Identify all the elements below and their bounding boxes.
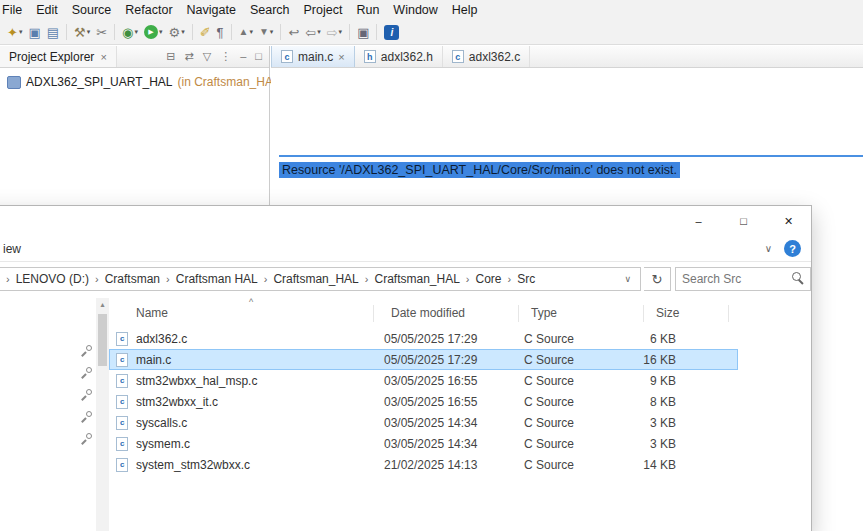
hammer-icon: ⚒	[74, 26, 86, 39]
pilcrow-icon: ¶	[217, 26, 224, 39]
tab-project-explorer[interactable]: Project Explorer ×	[0, 46, 117, 67]
ide-toolbar: ✦▾ ▣ ▤ ⚒▾ ✂ ◉▾ ▶▾ ⚙▾ ✐ ¶ ▲▾ ▼▾ ↩ ⇦▾ ⇨▾ ▣…	[0, 20, 863, 45]
breadcrumb-item[interactable]: Craftsman_HAL	[273, 272, 358, 286]
cut-button[interactable]: ✂	[93, 22, 110, 42]
previous-annotation-button[interactable]: ▲▾	[236, 22, 256, 42]
forward-button[interactable]: ⇨▾	[324, 22, 345, 42]
breadcrumb-item[interactable]: Craftsman	[105, 272, 160, 286]
menu-edit[interactable]: Edit	[29, 1, 65, 19]
table-row[interactable]: adxl362.c 05/05/2025 17:29 C Source 6 KB	[109, 328, 738, 349]
file-type: C Source	[524, 374, 602, 388]
scrollbar-thumb[interactable]	[98, 314, 107, 366]
menu-help[interactable]: Help	[445, 1, 485, 19]
chevron-right-icon: ›	[6, 273, 10, 285]
menu-run[interactable]: Run	[349, 1, 386, 19]
project-explorer-header: Project Explorer × ⊟ ⇄ ▽ ⋮ – □	[0, 46, 269, 68]
maximize-view-icon[interactable]: □	[255, 50, 262, 63]
breadcrumb[interactable]: › LENOVO (D:) › Craftsman › Craftsman HA…	[0, 267, 641, 291]
build-button[interactable]: ⚒▾	[71, 22, 93, 42]
chevron-down-icon[interactable]: ∨	[619, 274, 636, 284]
save-icon: ▣	[28, 26, 40, 39]
breadcrumb-item[interactable]: Craftsman_HAL	[374, 272, 459, 286]
pin-icon	[81, 367, 92, 378]
gear-icon: ⚙	[168, 26, 180, 39]
tab-main-c[interactable]: c main.c ×	[271, 46, 355, 67]
show-whitespace-button[interactable]: ¶	[214, 22, 227, 42]
menu-refactor[interactable]: Refactor	[118, 1, 179, 19]
debug-button[interactable]: ◉▾	[119, 22, 141, 42]
c-source-file-icon	[116, 458, 128, 472]
save-button[interactable]: ▣	[25, 22, 43, 42]
menu-source[interactable]: Source	[65, 1, 119, 19]
view-menu-icon[interactable]: ⋮	[220, 50, 231, 63]
ribbon-collapse-icon[interactable]: ∨	[765, 243, 772, 254]
close-button[interactable]: ✕	[766, 206, 811, 236]
file-name: stm32wbxx_hal_msp.c	[136, 374, 384, 388]
search-icon[interactable]	[788, 268, 810, 290]
refresh-button[interactable]: ↻	[644, 267, 671, 291]
refresh-icon: ↻	[652, 272, 663, 287]
scroll-up-icon[interactable]: ▴	[96, 298, 109, 312]
column-header-name[interactable]: Name	[136, 306, 168, 320]
column-header-modified[interactable]: Date modified	[391, 306, 465, 320]
file-rows: adxl362.c 05/05/2025 17:29 C Source 6 KB…	[109, 328, 738, 475]
breadcrumb-item-core[interactable]: Core	[476, 272, 502, 286]
title-bar[interactable]: – □ ✕	[0, 206, 811, 236]
menu-search[interactable]: Search	[243, 1, 297, 19]
table-row[interactable]: syscalls.c 03/05/2025 14:34 C Source 3 K…	[109, 412, 738, 433]
file-name: system_stm32wbxx.c	[136, 458, 384, 472]
table-row[interactable]: sysmem.c 03/05/2025 14:34 C Source 3 KB	[109, 433, 738, 454]
tab-label: adxl362.c	[469, 50, 520, 64]
breadcrumb-item-drive[interactable]: LENOVO (D:)	[16, 272, 89, 286]
c-source-file-icon	[116, 353, 128, 367]
breadcrumb-item-src[interactable]: Src	[517, 272, 535, 286]
search-input[interactable]	[676, 272, 788, 286]
tab-view[interactable]: iew	[3, 242, 21, 256]
file-list: ^ Name Date modified Type Size adxl362.c…	[109, 298, 811, 531]
project-tree-item[interactable]: ADXL362_SPI_UART_HAL (in Craftsman_HAL)	[7, 75, 284, 89]
close-icon[interactable]: ×	[100, 51, 106, 63]
open-perspective-button[interactable]: ▣	[354, 22, 372, 42]
column-header-size[interactable]: Size	[656, 306, 679, 320]
link-editor-icon[interactable]: ⇄	[185, 50, 194, 63]
save-all-button[interactable]: ▤	[44, 22, 62, 42]
file-modified: 05/05/2025 17:29	[384, 332, 524, 346]
menu-window[interactable]: Window	[386, 1, 444, 19]
information-center-button[interactable]: i	[381, 22, 402, 42]
external-tools-button[interactable]: ⚙▾	[165, 22, 187, 42]
file-size: 8 KB	[602, 395, 678, 409]
minimize-view-icon[interactable]: –	[240, 50, 246, 63]
help-icon[interactable]: ?	[784, 240, 801, 257]
column-header-type[interactable]: Type	[531, 306, 557, 320]
menu-file[interactable]: File	[0, 1, 29, 19]
run-button[interactable]: ▶▾	[141, 22, 166, 42]
menu-navigate[interactable]: Navigate	[180, 1, 243, 19]
next-annotation-button[interactable]: ▼▾	[256, 22, 276, 42]
file-modified: 03/05/2025 14:34	[384, 416, 524, 430]
maximize-button[interactable]: □	[721, 206, 766, 236]
file-size: 6 KB	[602, 332, 678, 346]
filter-icon[interactable]: ▽	[203, 50, 211, 63]
back-button[interactable]: ⇦▾	[302, 22, 323, 42]
new-wizard-button[interactable]: ✦▾	[4, 22, 25, 42]
ribbon-bar: iew ∨ ?	[0, 236, 811, 262]
minimize-button[interactable]: –	[676, 206, 721, 236]
table-row-selected[interactable]: main.c 05/05/2025 17:29 C Source 16 KB	[109, 349, 738, 370]
table-row[interactable]: stm32wbxx_hal_msp.c 03/05/2025 16:55 C S…	[109, 370, 738, 391]
file-modified: 03/05/2025 14:34	[384, 437, 524, 451]
collapse-all-icon[interactable]: ⊟	[166, 50, 175, 63]
mark-occurrences-button[interactable]: ✐	[197, 22, 214, 42]
tab-adxl362-c[interactable]: c adxl362.c	[443, 46, 530, 67]
table-row[interactable]: system_stm32wbxx.c 21/02/2025 14:13 C So…	[109, 454, 738, 475]
file-modified: 03/05/2025 16:55	[384, 374, 524, 388]
file-modified: 03/05/2025 16:55	[384, 395, 524, 409]
tab-adxl362-h[interactable]: h adxl362.h	[355, 46, 443, 67]
close-icon[interactable]: ×	[338, 51, 344, 63]
scissors-icon: ✂	[96, 26, 107, 39]
new-wizard-icon: ✦	[7, 26, 18, 39]
breadcrumb-item[interactable]: Craftsman HAL	[176, 272, 258, 286]
nav-scrollbar[interactable]: ▴	[96, 298, 109, 531]
table-row[interactable]: stm32wbxx_it.c 03/05/2025 16:55 C Source…	[109, 391, 738, 412]
last-edit-button[interactable]: ↩	[285, 22, 302, 42]
menu-project[interactable]: Project	[297, 1, 350, 19]
